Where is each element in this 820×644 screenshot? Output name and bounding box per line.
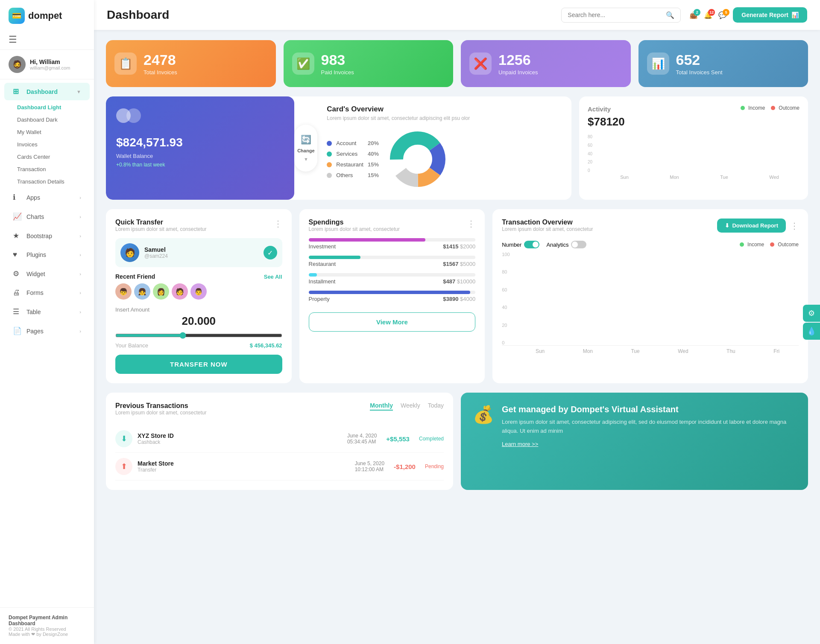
bottom-row: Quick Transfer Lorem ipsum dolor sit ame… — [106, 209, 808, 383]
overview-row-account: Account 20% — [327, 140, 379, 146]
chat-icon-badge[interactable]: 💬 5 — [718, 11, 727, 19]
friend-avatar-3[interactable]: 👩 — [153, 283, 169, 300]
tx-overview-desc: Lorem ipsum dolor sit amet, consectetur — [502, 226, 593, 232]
charts-icon: 📈 — [13, 212, 22, 221]
user-name: Hi, William — [30, 58, 70, 65]
wallet-amount: $824,571.93 — [116, 136, 284, 149]
search-input[interactable] — [568, 12, 662, 18]
quick-transfer-panel: Quick Transfer Lorem ipsum dolor sit ame… — [106, 209, 292, 383]
wallet-badge-count: 2 — [694, 9, 700, 16]
sidebar-item-pages[interactable]: 📄 Pages › — [4, 322, 90, 340]
friend-avatar-5[interactable]: 👨 — [190, 283, 207, 300]
generate-report-label: Generate Report — [741, 12, 788, 18]
sidebar-sub-cards-center[interactable]: Cards Center — [0, 151, 94, 163]
investment-amount: $1415 — [443, 243, 458, 250]
logo-icon: 💳 — [9, 8, 25, 24]
refresh-icon: 🔄 — [301, 134, 311, 145]
account-label: Account — [336, 140, 363, 146]
see-all-link[interactable]: See All — [264, 274, 282, 280]
search-box: 🔍 — [561, 8, 681, 23]
settings-float-button[interactable]: ⚙ — [803, 305, 820, 322]
va-title: Get managed by Dompet's Virtual Assistan… — [502, 405, 796, 414]
cards-overview-desc: Lorem ipsum dolor sit amet, consectetur … — [327, 115, 562, 121]
chevron-right-icon: › — [79, 195, 81, 200]
income-legend: Income — [741, 105, 765, 111]
services-pct: 40% — [368, 151, 379, 157]
friend-avatar-1[interactable]: 👦 — [115, 283, 132, 300]
overview-row-restaurant: Restaurant 15% — [327, 161, 379, 168]
previous-transactions-panel: Previous Transactions Lorem ipsum dolor … — [106, 393, 453, 490]
wallet-icon-badge[interactable]: 👜 2 — [689, 11, 698, 19]
chevron-right-icon: › — [79, 271, 81, 277]
restaurant-amount: $1567 — [443, 261, 458, 267]
download-report-button[interactable]: ⬇ Download Report — [717, 219, 786, 233]
sidebar-sub-transaction[interactable]: Transaction — [0, 163, 94, 175]
sidebar-sub-transaction-details[interactable]: Transaction Details — [0, 175, 94, 188]
property-label: Property — [309, 296, 330, 302]
tab-weekly[interactable]: Weekly — [401, 402, 420, 411]
va-learn-more-link[interactable]: Learn more >> — [502, 441, 796, 447]
sidebar-item-apps[interactable]: ℹ Apps › — [4, 189, 90, 206]
unpaid-invoices-number: 1256 — [498, 52, 538, 68]
sidebar-item-forms[interactable]: 🖨 Forms › — [4, 284, 90, 301]
wallet-label: Wallet Balance — [116, 153, 284, 159]
paid-invoices-icon: ✅ — [292, 52, 314, 75]
footer-copy: © 2021 All Rights Reserved — [9, 627, 85, 632]
chevron-right-icon: › — [79, 252, 81, 257]
number-toggle-wrap: Number — [502, 241, 539, 248]
water-float-button[interactable]: 💧 — [803, 323, 820, 340]
tx-income-legend: Income — [740, 242, 764, 248]
main-content: Dashboard 🔍 👜 2 🔔 12 💬 5 Generate Report… — [94, 0, 820, 644]
restaurant-pct: 15% — [368, 161, 379, 168]
total-sent-label: Total Invoices Sent — [676, 69, 723, 76]
change-button[interactable]: 🔄 Change ▼ — [294, 125, 317, 172]
sidebar-sub-invoices[interactable]: Invoices — [0, 138, 94, 151]
wallet-change: +0.8% than last week — [116, 162, 284, 168]
analytics-toggle[interactable] — [571, 241, 586, 248]
apps-icon: ℹ — [13, 193, 22, 202]
spendings-menu[interactable]: ⋮ — [467, 219, 475, 229]
installment-max: $10000 — [457, 278, 475, 285]
total-sent-icon: 📊 — [647, 52, 669, 75]
activity-title: Activity — [588, 105, 611, 113]
sidebar-sub-dashboard-dark[interactable]: Dashboard Dark — [0, 114, 94, 126]
hamburger-menu[interactable]: ☰ — [0, 30, 94, 50]
avatars-row: 👦 👧 👩 🧑 👨 — [115, 283, 282, 300]
content-area: 📋 2478 Total Invoices ✅ 983 Paid Invoice… — [94, 30, 820, 644]
tx-overview-menu[interactable]: ⋮ — [790, 221, 799, 231]
sidebar-sub-my-wallet[interactable]: My Wallet — [0, 126, 94, 138]
sidebar-item-widget[interactable]: ⚙ Widget › — [4, 265, 90, 283]
tx-tabs: Monthly Weekly Today — [370, 402, 444, 411]
installment-amount: $487 — [443, 278, 455, 285]
stat-card-total-sent: 📊 652 Total Invoices Sent — [638, 40, 808, 87]
total-invoices-label: Total Invoices — [144, 69, 177, 76]
tab-monthly[interactable]: Monthly — [370, 402, 393, 411]
transfer-now-button[interactable]: TRANSFER NOW — [115, 355, 282, 374]
sidebar-item-plugins[interactable]: ♥ Plugins › — [4, 246, 90, 263]
chevron-right-icon: › — [79, 214, 81, 219]
sidebar-sub-dashboard-light[interactable]: Dashboard Light — [0, 101, 94, 114]
bell-icon-badge[interactable]: 🔔 12 — [704, 11, 712, 19]
sidebar-item-label: Widget — [26, 271, 45, 277]
friend-avatar-4[interactable]: 🧑 — [172, 283, 188, 300]
number-toggle[interactable] — [524, 241, 539, 248]
page-title: Dashboard — [107, 8, 553, 22]
tx-bar-label-fri: Fri — [773, 348, 779, 354]
tab-today[interactable]: Today — [428, 402, 444, 411]
amount-slider[interactable] — [115, 332, 282, 339]
sidebar-item-table[interactable]: ☰ Table › — [4, 303, 90, 321]
sidebar-item-label: Table — [26, 309, 41, 315]
mid-row: $824,571.93 Wallet Balance +0.8% than la… — [106, 96, 808, 200]
sidebar-item-dashboard[interactable]: ⊞ Dashboard ▼ — [4, 83, 90, 100]
account-dot — [327, 141, 332, 146]
analytics-toggle-label: Analytics — [546, 242, 568, 248]
quick-transfer-menu[interactable]: ⋮ — [274, 219, 282, 229]
sidebar-item-charts[interactable]: 📈 Charts › — [4, 208, 90, 225]
sidebar-item-bootstrap[interactable]: ★ Bootstrap › — [4, 227, 90, 245]
selected-user-name: Samuel — [144, 246, 168, 253]
sidebar-item-label: Dashboard — [26, 88, 58, 95]
chat-badge-count: 5 — [723, 9, 729, 16]
view-more-button[interactable]: View More — [309, 312, 476, 332]
friend-avatar-2[interactable]: 👧 — [134, 283, 150, 300]
generate-report-button[interactable]: Generate Report 📊 — [733, 7, 807, 23]
